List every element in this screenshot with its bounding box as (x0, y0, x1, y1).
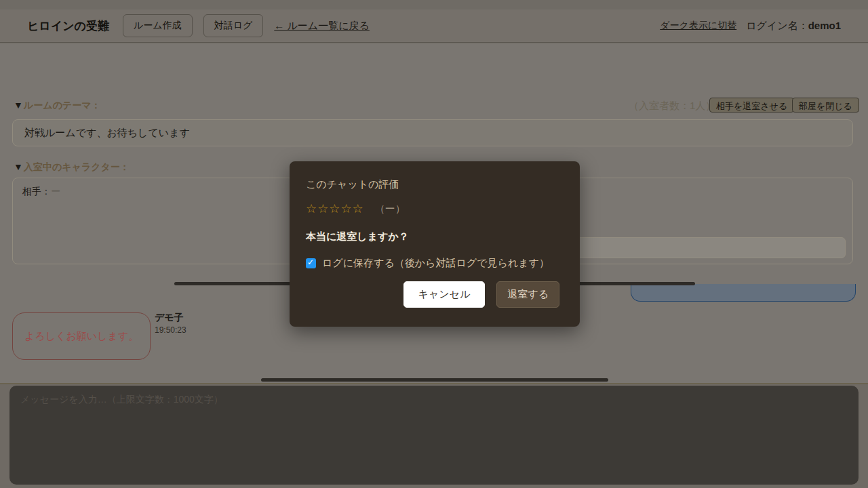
leave-room-dialog: このチャットの評価 ☆☆☆☆☆ （ー） 本当に退室しますか？ ログに保存する（後… (290, 161, 580, 327)
save-log-row: ログに保存する（後から対話ログで見られます） (306, 257, 564, 270)
rating-value: （ー） (375, 203, 406, 216)
dialog-button-row: キャンセル 退室する (306, 281, 564, 308)
rating-row: ☆☆☆☆☆ （ー） (306, 201, 564, 216)
save-log-label: ログに保存する（後から対話ログで見られます） (322, 257, 549, 270)
app-window: ヒロインの受難 ルーム作成 対話ログ ← ルーム一覧に戻る ダーク表示に切替 ロ… (0, 0, 868, 488)
star-rating-icons[interactable]: ☆☆☆☆☆ (306, 201, 364, 216)
cancel-button[interactable]: キャンセル (403, 281, 486, 308)
leave-confirm-question: 本当に退室しますか？ (306, 230, 564, 243)
chat-rating-title: このチャットの評価 (306, 178, 564, 191)
save-log-checkbox[interactable] (306, 258, 316, 268)
leave-room-button[interactable]: 退室する (496, 281, 559, 308)
